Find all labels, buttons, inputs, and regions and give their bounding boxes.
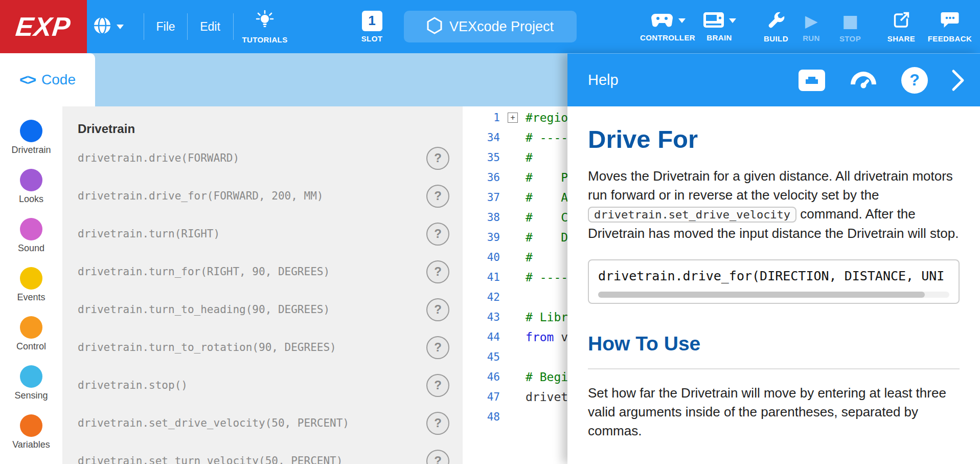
caret-down-icon — [729, 18, 736, 23]
looks-category-dot — [20, 169, 42, 191]
command-row[interactable]: drivetrain.turn(RIGHT) ? — [78, 215, 449, 253]
code-line: 44 from v — [463, 327, 567, 347]
command-row[interactable]: drivetrain.turn_to_rotation(90, DEGREES)… — [78, 328, 449, 366]
category-label: Sensing — [14, 390, 48, 401]
collapse-help-button[interactable] — [951, 69, 965, 92]
code-line: 36 # Pr — [463, 167, 567, 187]
command-help-button[interactable]: ? — [426, 374, 449, 397]
sidebar-item-drivetrain[interactable]: Drivetrain — [0, 115, 62, 164]
sidebar-item-looks[interactable]: Looks — [0, 164, 62, 213]
code-line: 43 # Libr — [463, 307, 567, 327]
help-description: Moves the Drivetrain for a given distanc… — [588, 167, 960, 243]
help-content: Drive For Moves the Drivetrain for a giv… — [567, 106, 980, 440]
feedback-button[interactable]: FEEDBACK — [923, 0, 976, 53]
project-name-button[interactable]: VEXcode Project — [404, 11, 577, 42]
play-icon: ▶ — [805, 11, 818, 31]
code-line: 41 # ---- — [463, 267, 567, 287]
code-text: #regio — [526, 111, 567, 124]
line-number: 47 — [463, 391, 500, 403]
brain-button[interactable]: BRAIN — [691, 0, 747, 53]
chevron-right-icon — [951, 69, 965, 92]
command-text: drivetrain.turn_to_rotation(90, DEGREES) — [78, 341, 336, 353]
tutorials-label: TUTORIALS — [242, 35, 287, 44]
how-to-use-heading: How To Use — [588, 333, 960, 355]
menu-edit[interactable]: Edit — [190, 0, 230, 53]
horizontal-scrollbar[interactable] — [598, 292, 949, 298]
line-number: 35 — [463, 151, 500, 164]
menu-file[interactable]: File — [146, 0, 186, 53]
sidebar-item-sound[interactable]: Sound — [0, 213, 62, 262]
slot-icon: 1 — [362, 11, 382, 31]
command-row[interactable]: drivetrain.turn_to_heading(90, DEGREES) … — [78, 291, 449, 328]
code-example-text: drivetrain.drive_for(DIRECTION, DISTANCE… — [598, 269, 949, 283]
code-line: 38 # Cr — [463, 207, 567, 227]
line-number: 45 — [463, 351, 500, 363]
language-selector[interactable] — [88, 0, 128, 53]
device-help-button[interactable] — [798, 69, 826, 92]
question-help-button[interactable]: ? — [901, 67, 928, 94]
command-text: drivetrain.drive(FORWARD) — [78, 152, 239, 164]
fold-toggle-icon[interactable]: + — [508, 113, 518, 123]
sidebar-item-sensing[interactable]: Sensing — [0, 360, 62, 409]
stop-label: STOP — [839, 34, 861, 43]
tutorials-button[interactable]: TUTORIALS — [233, 0, 297, 53]
line-number: 41 — [463, 271, 500, 283]
line-number: 37 — [463, 191, 500, 204]
command-text: drivetrain.set_turn_velocity(50, PERCENT… — [78, 455, 343, 464]
command-text: drivetrain.set_drive_velocity(50, PERCEN… — [78, 417, 349, 429]
code-line: 35 # — [463, 147, 567, 167]
command-help-button[interactable]: ? — [426, 147, 449, 170]
caret-down-icon — [678, 18, 686, 23]
run-button[interactable]: ▶ RUN — [794, 0, 829, 53]
line-number: 38 — [463, 211, 500, 224]
slot-label: SLOT — [361, 34, 383, 43]
command-row[interactable]: drivetrain.set_drive_velocity(50, PERCEN… — [78, 404, 449, 442]
command-help-button[interactable]: ? — [426, 185, 449, 208]
sidebar-item-control[interactable]: Control — [0, 311, 62, 360]
code-line: 45 — [463, 347, 567, 367]
category-sidebar: Drivetrain Looks Sound Events Control Se… — [0, 106, 62, 464]
command-help-button[interactable]: ? — [426, 223, 449, 246]
command-row[interactable]: drivetrain.drive_for(FORWARD, 200, MM) ? — [78, 177, 449, 215]
command-row[interactable]: drivetrain.turn_for(RIGHT, 90, DEGREES) … — [78, 253, 449, 291]
command-help-button[interactable]: ? — [426, 336, 449, 359]
feedback-bubble-icon — [940, 11, 960, 31]
toolbar-separator — [144, 13, 144, 40]
sidebar-item-variables[interactable]: Variables — [0, 409, 62, 458]
line-number: 1 — [463, 112, 500, 124]
slot-number: 1 — [368, 13, 375, 29]
command-help-button[interactable]: ? — [426, 298, 449, 321]
code-text: # ---- — [526, 131, 567, 144]
code-line: 37 # Au — [463, 187, 567, 207]
command-row[interactable]: drivetrain.set_turn_velocity(50, PERCENT… — [78, 442, 449, 464]
scrollbar-thumb[interactable] — [598, 292, 925, 298]
slot-selector[interactable]: 1 SLOT — [345, 0, 399, 53]
sidebar-item-events[interactable]: Events — [0, 262, 62, 311]
code-line: 34 # ---- — [463, 127, 567, 147]
share-button[interactable]: SHARE — [879, 0, 923, 53]
command-text: drivetrain.drive_for(FORWARD, 200, MM) — [78, 190, 323, 202]
command-help-button[interactable]: ? — [426, 412, 449, 435]
command-help-button[interactable]: ? — [426, 450, 449, 464]
line-number: 44 — [463, 331, 500, 343]
code-text: # De — [526, 231, 567, 244]
variables-category-dot — [20, 414, 42, 437]
code-text: # Begi — [526, 370, 567, 384]
command-text: drivetrain.turn(RIGHT) — [78, 228, 220, 240]
code-editor[interactable]: 1 + #regio 34 # ---- 35 # 36 # Pr 37 # A… — [463, 106, 567, 464]
command-text: drivetrain.turn_for(RIGHT, 90, DEGREES) — [78, 266, 330, 278]
code-line: 46 # Begi — [463, 367, 567, 387]
command-row[interactable]: drivetrain.stop() ? — [78, 366, 449, 404]
stop-button[interactable]: ■ STOP — [832, 0, 869, 53]
category-label: Sound — [18, 243, 44, 254]
tab-code[interactable]: <> Code — [0, 53, 95, 106]
command-help-button[interactable]: ? — [426, 260, 449, 283]
code-line: 48 — [463, 407, 567, 427]
build-button[interactable]: BUILD — [756, 0, 796, 53]
category-label: Variables — [12, 439, 50, 450]
inline-code-pill: drivetrain.set_drive_velocity — [588, 207, 796, 223]
file-menu-label: File — [156, 20, 175, 34]
project-name: VEXcode Project — [449, 19, 554, 35]
command-row[interactable]: drivetrain.drive(FORWARD) ? — [78, 139, 449, 177]
gauge-help-button[interactable] — [849, 69, 878, 92]
